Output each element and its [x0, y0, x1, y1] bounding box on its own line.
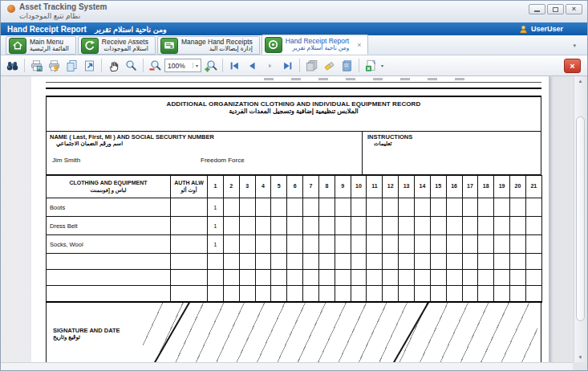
qty-cell — [255, 254, 271, 270]
first-page-button[interactable] — [226, 57, 243, 74]
last-page-button[interactable] — [279, 57, 296, 74]
tab-main-menu[interactable]: Main Menuالقائمة الرئيسية — [6, 36, 76, 55]
minimize-button[interactable] — [529, 4, 545, 14]
col-header-number: 7 — [303, 176, 319, 198]
vertical-scroll-thumb[interactable] — [576, 116, 585, 321]
qty-cell — [478, 217, 494, 235]
qty-cell — [414, 198, 430, 217]
qty-cell — [462, 217, 478, 235]
qty-cell — [271, 198, 287, 217]
auth-cell — [171, 217, 208, 235]
export-button[interactable] — [363, 57, 379, 74]
col-header-number: 4 — [255, 176, 271, 198]
close-icon: × — [572, 6, 576, 13]
auth-cell — [171, 286, 208, 302]
signature-hatch-area — [143, 303, 537, 371]
printer-icon — [30, 59, 43, 72]
col-header-number: 13 — [399, 176, 415, 198]
magnifier-icon — [124, 59, 138, 72]
instructions-cell: INSTRUCTIONS تعليمات — [363, 132, 541, 174]
chevron-down-icon[interactable]: ▾ — [193, 63, 201, 68]
qty-cell — [351, 235, 367, 254]
close-preview-button[interactable]: × — [564, 59, 581, 73]
toolbar-separator — [222, 59, 223, 72]
qty-cell — [430, 286, 446, 302]
col-header-number: 11 — [367, 176, 383, 198]
col-header-number: 9 — [335, 176, 351, 198]
window-close-button[interactable]: × — [566, 4, 582, 14]
print-button[interactable] — [28, 57, 45, 74]
zoom-tool-button[interactable] — [123, 57, 140, 74]
qty-cell — [271, 217, 287, 235]
preview-toolbar: 100% ▾ ▾ × — [1, 55, 587, 76]
tab-close-icon[interactable]: × — [357, 41, 361, 49]
signature-section: SIGNATURE AND DATE توقيع وتاريخ — [46, 303, 541, 371]
qty-cell — [414, 286, 430, 302]
export-caret-icon[interactable]: ▾ — [381, 63, 383, 68]
toolbar-separator — [299, 59, 300, 72]
qty-cell — [399, 235, 415, 254]
copy-page-button[interactable] — [63, 57, 80, 74]
find-button[interactable] — [4, 57, 21, 74]
qty-cell — [208, 286, 224, 302]
user-menu[interactable]: UserUser — [519, 25, 563, 34]
qty-cell — [494, 270, 510, 286]
item-cell: Dress Belt — [47, 217, 171, 235]
qty-cell — [335, 235, 351, 254]
qty-cell — [255, 198, 271, 217]
qty-cell — [446, 217, 462, 235]
multi-page-view-button[interactable] — [303, 57, 320, 74]
qty-cell — [223, 254, 239, 270]
maximize-button[interactable] — [547, 4, 564, 14]
qty-cell — [351, 254, 367, 270]
next-page-button[interactable] — [262, 57, 278, 74]
fit-page-button[interactable] — [81, 57, 98, 74]
col-header-number: 21 — [525, 176, 541, 198]
qty-cell — [318, 254, 335, 270]
scroll-up-icon[interactable]: ▲ — [574, 76, 586, 86]
col-header-number: 14 — [414, 176, 430, 198]
page-color-button[interactable] — [321, 57, 338, 74]
maximize-icon — [553, 7, 558, 12]
col-header-auth: AUTH ALWأوث ألو — [171, 176, 208, 198]
qty-cell — [303, 286, 319, 302]
qty-cell — [478, 286, 494, 302]
qty-cell — [494, 217, 510, 235]
qty-cell — [287, 270, 303, 286]
signature-label-en: SIGNATURE AND DATE — [53, 327, 120, 334]
page-header: Hand Receipt Report ومن ناحية استلام تقر… — [1, 22, 587, 35]
qty-cell — [510, 235, 526, 254]
prev-page-button[interactable] — [244, 57, 261, 74]
qty-cell — [383, 254, 399, 270]
resize-page-icon — [83, 59, 96, 72]
qty-cell — [446, 235, 462, 254]
qty-cell — [525, 235, 541, 254]
table-row: Boots1 — [47, 198, 542, 217]
tab-label-ar: ومن ناحية استلام تقرير — [286, 45, 349, 51]
qty-cell — [525, 286, 541, 302]
watermark-button[interactable] — [339, 57, 355, 74]
window-titlebar[interactable]: Asset Tracking System نظام تتبع الموجودا… — [1, 1, 587, 22]
qty-cell — [239, 198, 255, 217]
qty-cell — [510, 198, 526, 217]
qty-cell — [239, 235, 255, 254]
zoom-out-button[interactable] — [147, 57, 164, 74]
tab-hand-receipt-report[interactable]: Hand Receipt Reportومن ناحية استلام تقري… — [262, 35, 369, 55]
qty-cell — [335, 286, 351, 302]
vertical-scrollbar[interactable]: ▲ ▼ — [574, 76, 586, 362]
horizontal-scrollbar[interactable] — [1, 362, 573, 370]
zoom-in-button[interactable] — [202, 57, 219, 74]
qty-cell — [525, 270, 541, 286]
tab-receive-assets[interactable]: Receive Assetsاستلام الموجودات — [78, 36, 156, 55]
report-icon — [265, 37, 282, 53]
zoom-level-combo[interactable]: 100% ▾ — [164, 59, 201, 72]
qty-cell — [351, 286, 367, 302]
scroll-down-icon[interactable]: ▼ — [574, 353, 586, 362]
auth-cell — [171, 235, 208, 254]
qty-cell — [223, 286, 239, 302]
pan-tool-button[interactable] — [105, 57, 122, 74]
quick-print-button[interactable] — [46, 57, 63, 74]
tabstrip-overflow-caret-icon[interactable]: ▾ — [573, 43, 576, 49]
tab-manage-hand-receipts[interactable]: Manage Hand Receiptsإدارة إيصالات اليد — [157, 36, 260, 55]
qty-cell — [318, 235, 335, 254]
